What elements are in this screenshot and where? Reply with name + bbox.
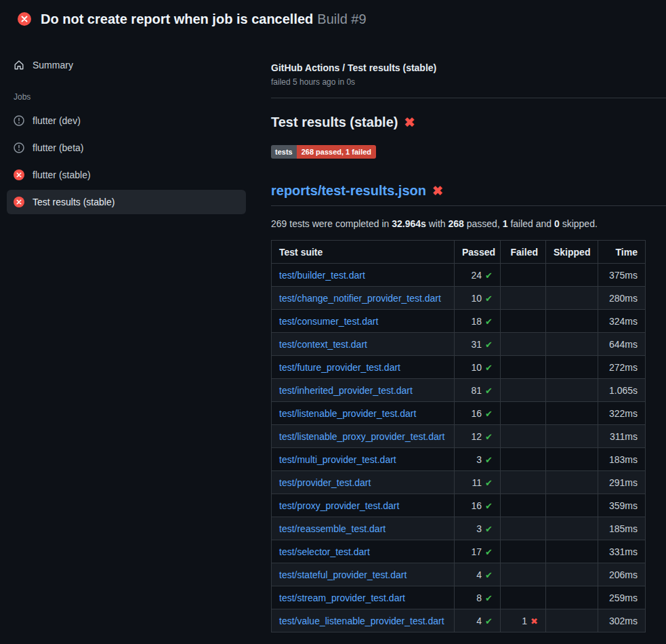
test-suite-link[interactable]: test/future_provider_test.dart <box>279 362 400 373</box>
report-link[interactable]: reports/test-results.json <box>271 183 426 199</box>
results-table-body: test/builder_test.dart24✔375mstest/chang… <box>272 264 646 632</box>
passed-cell-count: 3 <box>476 523 482 534</box>
check-icon: ✔ <box>485 524 493 534</box>
sidebar-item-test-results-stable[interactable]: Test results (stable) <box>7 190 246 214</box>
failed-status-icon <box>14 169 24 180</box>
passed-cell: 3✔ <box>455 517 501 540</box>
skipped-cell <box>546 563 598 586</box>
failed-cell <box>501 540 546 563</box>
test-suite-link[interactable]: test/builder_test.dart <box>279 270 365 281</box>
skipped-cell <box>546 448 598 471</box>
failed-x-icon: ✖ <box>432 184 443 197</box>
neutral-status-icon <box>14 142 24 153</box>
col-time: Time <box>598 241 646 264</box>
suite-cell: test/builder_test.dart <box>272 264 455 287</box>
test-suite-link[interactable]: test/context_test.dart <box>279 339 367 350</box>
table-row: test/future_provider_test.dart10✔272ms <box>272 356 646 379</box>
check-icon: ✔ <box>485 593 493 603</box>
passed-cell-count: 17 <box>472 546 482 557</box>
test-suite-link[interactable]: test/proxy_provider_test.dart <box>279 500 399 511</box>
failed-cell <box>501 333 546 356</box>
test-suite-link[interactable]: test/value_listenable_provider_test.dart <box>279 616 444 626</box>
skipped-cell <box>546 540 598 563</box>
page-title: Do not create report when job is cancell… <box>41 12 367 27</box>
passed-cell-count: 8 <box>476 592 482 603</box>
test-suite-link[interactable]: test/stateful_provider_test.dart <box>279 569 407 580</box>
passed-cell: 81✔ <box>455 379 501 402</box>
summary-line: 269 tests were completed in 32.964s with… <box>271 218 666 229</box>
skipped-cell <box>546 471 598 494</box>
suite-cell: test/provider_test.dart <box>272 471 455 494</box>
time-cell: 331ms <box>598 540 646 563</box>
check-icon: ✔ <box>485 616 493 626</box>
tests-badge: tests 268 passed, 1 failed <box>271 145 376 159</box>
time-cell: 280ms <box>598 287 646 310</box>
suite-cell: test/change_notifier_provider_test.dart <box>272 287 455 310</box>
test-suite-link[interactable]: test/consumer_test.dart <box>279 316 378 327</box>
table-row: test/multi_provider_test.dart3✔183ms <box>272 448 646 471</box>
failed-cell <box>501 310 546 333</box>
check-icon: ✔ <box>485 317 493 327</box>
failed-x-icon: ✖ <box>404 116 415 129</box>
passed-cell-count: 10 <box>472 362 482 373</box>
sidebar-item-flutter-beta[interactable]: flutter (beta) <box>7 136 246 160</box>
time-cell: 272ms <box>598 356 646 379</box>
sidebar-item-summary[interactable]: Summary <box>7 53 246 77</box>
sidebar-item-label: flutter (beta) <box>33 142 83 153</box>
neutral-status-icon <box>14 115 24 126</box>
test-suite-link[interactable]: test/multi_provider_test.dart <box>279 454 396 465</box>
passed-cell: 10✔ <box>455 287 501 310</box>
main-content: GitHub Actions / Test results (stable) f… <box>254 38 666 632</box>
failed-cell <box>501 379 546 402</box>
badge-label: tests <box>271 145 297 159</box>
skipped-cell <box>546 494 598 517</box>
suite-cell: test/value_listenable_provider_test.dart <box>272 609 455 632</box>
sidebar-item-label: flutter (stable) <box>33 169 91 180</box>
sidebar-item-flutter-stable[interactable]: flutter (stable) <box>7 163 246 187</box>
sidebar-item-flutter-dev[interactable]: flutter (dev) <box>7 108 246 133</box>
run-title: Do not create report when job is cancell… <box>41 12 313 26</box>
failed-cell <box>501 402 546 425</box>
check-icon: ✔ <box>485 294 493 304</box>
passed-cell-count: 16 <box>472 500 482 511</box>
test-suite-link[interactable]: test/provider_test.dart <box>279 477 371 488</box>
skipped-cell <box>546 333 598 356</box>
passed-cell: 11✔ <box>455 471 501 494</box>
suite-cell: test/listenable_provider_test.dart <box>272 402 455 425</box>
passed-cell: 24✔ <box>455 264 501 287</box>
test-suite-link[interactable]: test/reassemble_test.dart <box>279 523 386 534</box>
sidebar: Summary Jobs flutter (dev) flut <box>0 38 254 217</box>
passed-cell: 8✔ <box>455 586 501 609</box>
test-suite-link[interactable]: test/change_notifier_provider_test.dart <box>279 293 441 304</box>
test-suite-link[interactable]: test/stream_provider_test.dart <box>279 592 405 603</box>
test-suite-link[interactable]: test/inherited_provider_test.dart <box>279 385 413 396</box>
skipped-cell <box>546 379 598 402</box>
table-row: test/reassemble_test.dart3✔185ms <box>272 517 646 540</box>
breadcrumb: GitHub Actions / Test results (stable) <box>271 62 666 73</box>
failed-cell: 1✖ <box>501 609 546 632</box>
section-title-text: Test results (stable) <box>271 115 398 130</box>
passed-cell-count: 4 <box>476 616 482 626</box>
run-header: Do not create report when job is cancell… <box>0 0 666 38</box>
table-row: test/proxy_provider_test.dart16✔359ms <box>272 494 646 517</box>
test-suite-link[interactable]: test/listenable_proxy_provider_test.dart <box>279 431 444 442</box>
check-icon: ✔ <box>485 455 493 465</box>
passed-cell: 4✔ <box>455 609 501 632</box>
passed-cell-count: 12 <box>472 431 482 442</box>
failed-cell <box>501 494 546 517</box>
passed-cell-count: 24 <box>472 270 482 281</box>
time-cell: 1.065s <box>598 379 646 402</box>
test-suite-link[interactable]: test/selector_test.dart <box>279 546 370 557</box>
suite-cell: test/stream_provider_test.dart <box>272 586 455 609</box>
passed-cell: 18✔ <box>455 310 501 333</box>
passed-cell: 12✔ <box>455 425 501 448</box>
test-suite-link[interactable]: test/listenable_provider_test.dart <box>279 408 416 419</box>
passed-cell-count: 10 <box>472 293 482 304</box>
time-cell: 324ms <box>598 310 646 333</box>
table-row: test/selector_test.dart17✔331ms <box>272 540 646 563</box>
home-icon <box>14 60 24 71</box>
col-test-suite: Test suite <box>272 241 455 264</box>
suite-cell: test/selector_test.dart <box>272 540 455 563</box>
check-icon: ✔ <box>485 547 493 557</box>
passed-cell-count: 31 <box>472 339 482 350</box>
